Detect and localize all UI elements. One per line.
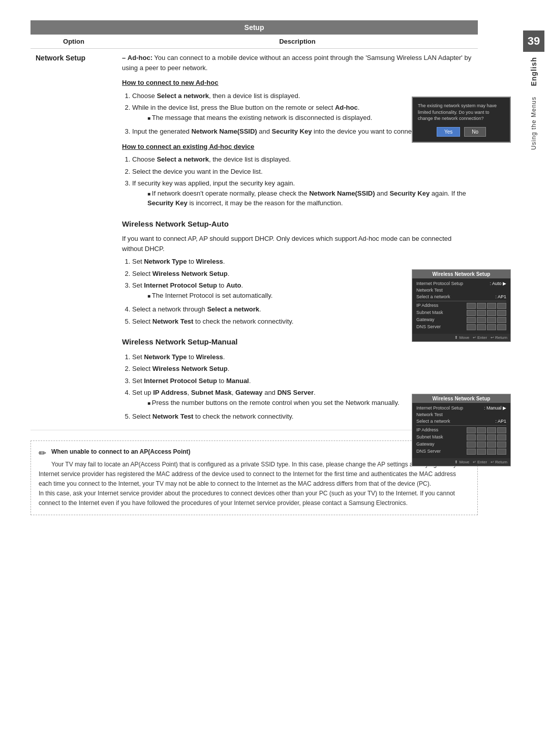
ss-manual-ip-row-1: IP Address <box>416 427 506 433</box>
sidebar-using-label: Using the Menus <box>530 97 537 150</box>
dialog-screenshot: The existing network system may have lim… <box>412 97 511 143</box>
ss-manual-title: Wireless Network Setup <box>412 394 510 403</box>
ss-row-network-test: Network Test <box>416 288 506 293</box>
bullet-item: If network doesn't operate normally, ple… <box>147 188 473 208</box>
wireless-manual-screenshot: Wireless Network Setup Internet Protocol… <box>412 394 511 466</box>
note-content: When unable to connect to an AP(Access P… <box>39 447 470 509</box>
ss-manual-body: Internet Protocol Setup : Manual ▶ Netwo… <box>412 403 510 458</box>
adhoc-intro: – Ad-hoc: You can connect to a mobile de… <box>122 53 473 73</box>
dialog-buttons: Yes No <box>418 127 505 137</box>
ss-ip-row-4: DNS Server <box>416 324 506 330</box>
ss-row-protocol: Internet Protocol Setup : Auto ▶ <box>416 281 506 286</box>
ss-manual-row-network-test: Network Test <box>416 412 506 417</box>
ss-manual-row-select-network: Select a network : AP1 <box>416 419 506 424</box>
dialog-text: The existing network system may have lim… <box>418 103 505 122</box>
wireless-auto-title: Wireless Network Setup-Auto <box>122 218 473 230</box>
note-text: Your TV may fail to locate an AP(Access … <box>39 460 470 509</box>
ss-manual-row-protocol: Internet Protocol Setup : Manual ▶ <box>416 405 506 411</box>
dialog-yes-button[interactable]: Yes <box>437 127 460 137</box>
note-box: ✏ When unable to connect to an AP(Access… <box>30 440 478 515</box>
ss-manual-ip-row-2: Subnet Mask <box>416 434 506 440</box>
page-number: 39 <box>523 30 544 52</box>
section2-bullets: If network doesn't operate normally, ple… <box>147 188 473 208</box>
col-option-header: Option <box>30 35 117 49</box>
wireless-auto-screenshot: Wireless Network Setup Internet Protocol… <box>412 269 511 342</box>
section1-title: How to connect to new Ad-hoc <box>122 78 473 88</box>
section2-steps: Choose Select a network, the device list… <box>132 154 473 208</box>
ss-manual-ip-row-3: Gateway <box>416 442 506 448</box>
ss-ip-row-1: IP Address <box>416 303 506 309</box>
section2-title: How to connect an existing Ad-hoc device <box>122 142 473 152</box>
step-item: Set Network Type to Wireless. <box>132 257 473 267</box>
ss-manual-footer: ⬆ Move ↵ Enter ↩ Return <box>412 458 510 466</box>
step-item: Choose Select a network, the device list… <box>132 154 473 165</box>
ss-ip-row-2: Subnet Mask <box>416 310 506 316</box>
ss-ip-row-3: Gateway <box>416 317 506 323</box>
dialog-no-button[interactable]: No <box>464 127 486 137</box>
step-item: Set Network Type to Wireless. <box>132 352 473 362</box>
ss-manual-separator <box>416 425 506 426</box>
ss-manual-ip-row-4: DNS Server <box>416 449 506 455</box>
col-description-header: Description <box>117 35 478 49</box>
ss-auto-footer: ⬆ Move ↵ Enter ↩ Return <box>412 334 510 341</box>
ss-auto-title: Wireless Network Setup <box>412 270 510 278</box>
note-title: When unable to connect to an AP(Access P… <box>39 447 470 457</box>
table-header: Setup <box>30 20 478 35</box>
step-item: Select Wireless Network Setup. <box>132 364 473 374</box>
ss-auto-body: Internet Protocol Setup : Auto ▶ Network… <box>412 278 510 334</box>
setup-table: Setup Option Description Network Setup –… <box>30 20 478 430</box>
note-icon: ✏ <box>39 446 46 461</box>
sidebar-english-label: English <box>530 57 538 86</box>
right-sidebar: 39 English Using the Menus <box>518 0 549 756</box>
ss-separator <box>416 301 506 301</box>
step-item: Set Internet Protocol Setup to Manual. <box>132 376 473 386</box>
wireless-auto-intro: If you want to connect AP, AP should sup… <box>122 234 473 254</box>
ss-row-select-network: Select a network : AP1 <box>416 294 506 299</box>
network-setup-option: Network Setup <box>30 49 117 430</box>
step-item: If security key was applied, input the s… <box>132 178 473 208</box>
step-item: Select the device you want in the Device… <box>132 167 473 177</box>
